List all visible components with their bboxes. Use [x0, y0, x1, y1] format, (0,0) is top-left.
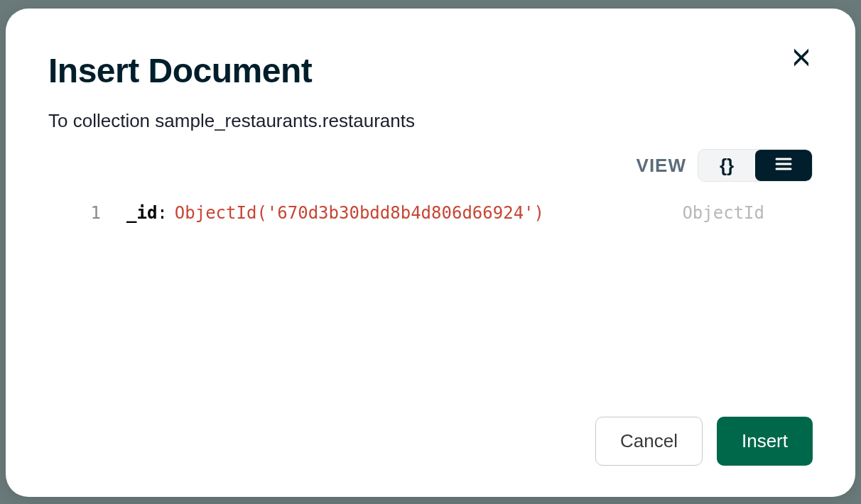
view-toggle: {}: [698, 149, 813, 182]
braces-icon: {}: [720, 155, 734, 177]
insert-document-modal: Insert Document To collection sample_res…: [6, 9, 855, 497]
field-type[interactable]: ObjectId: [682, 203, 813, 223]
close-button[interactable]: [790, 48, 813, 70]
modal-title: Insert Document: [48, 51, 813, 90]
colon: :: [157, 203, 167, 223]
document-editor[interactable]: 1 _id: ObjectId('670d3b30bdd8b4d806d6692…: [48, 203, 813, 402]
field-key: _id: [126, 203, 157, 223]
collection-name: sample_restaurants.restaurants: [155, 110, 415, 131]
view-list-button[interactable]: [755, 150, 812, 181]
list-icon: [775, 155, 792, 175]
line-content[interactable]: _id: ObjectId('670d3b30bdd8b4d806d66924'…: [126, 203, 544, 223]
view-label: VIEW: [637, 155, 686, 177]
modal-subtitle: To collection sample_restaurants.restaur…: [48, 110, 813, 132]
modal-footer: Cancel Insert: [48, 402, 813, 466]
cancel-button[interactable]: Cancel: [595, 417, 703, 466]
field-value[interactable]: ObjectId('670d3b30bdd8b4d806d66924'): [175, 203, 544, 223]
view-json-button[interactable]: {}: [698, 150, 755, 181]
editor-line: 1 _id: ObjectId('670d3b30bdd8b4d806d6692…: [48, 203, 813, 223]
subtitle-prefix: To collection: [48, 110, 155, 131]
line-number: 1: [48, 203, 126, 223]
view-switcher-row: VIEW {}: [48, 149, 813, 182]
close-icon: [791, 47, 812, 71]
insert-button[interactable]: Insert: [717, 417, 813, 466]
